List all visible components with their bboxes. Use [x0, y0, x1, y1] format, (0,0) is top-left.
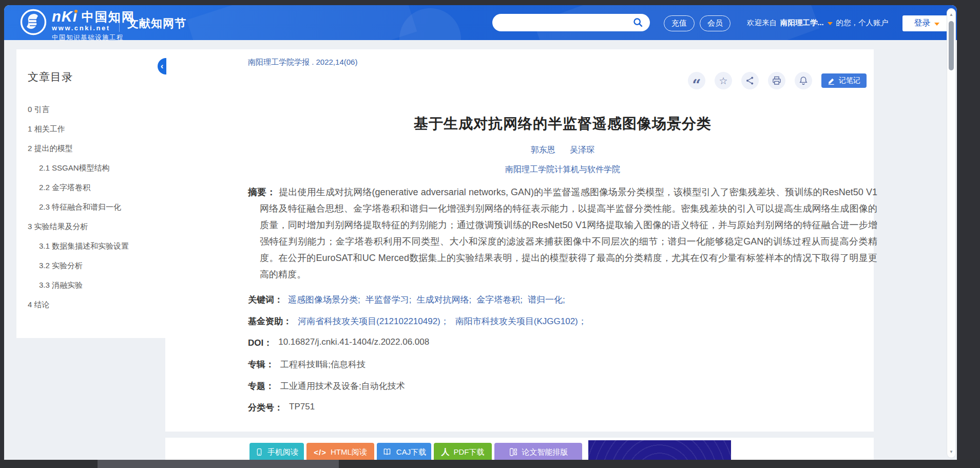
doi-row: DOI： 10.16827/j.cnki.41-1404/z.2022.06.0… [248, 337, 429, 349]
login-label: 登录 [914, 18, 931, 29]
keyword-link[interactable]: 半监督学习; [366, 294, 412, 306]
toc-item[interactable]: 1 相关工作 [16, 119, 165, 139]
article-toolbar: “ ☆ [688, 72, 867, 89]
toc-item[interactable]: 3.1 数据集描述和实验设置 [16, 236, 165, 256]
toc-item[interactable]: 0 引言 [16, 100, 165, 119]
phone-icon [255, 447, 263, 457]
welcome-prefix: 欢迎来自 [747, 18, 777, 28]
keyword-link[interactable]: 金字塔卷积; [476, 294, 523, 306]
share-icon [745, 76, 755, 86]
printer-icon [772, 76, 782, 86]
alert-button[interactable] [795, 72, 812, 89]
abstract: 摘要：提出使用生成对抗网络(generative adversarial net… [248, 184, 877, 283]
share-button[interactable] [741, 72, 759, 89]
member-button[interactable]: 会员 [700, 15, 731, 31]
logo-orange-dot [74, 10, 78, 13]
pdf-icon: 人 [441, 447, 450, 458]
promo-banner[interactable]: 在知网推广你的产品与服务? [588, 440, 731, 460]
pdf-download-button[interactable]: 人 PDF下载 [434, 443, 492, 460]
clc-row: 分类号： TP751 [248, 402, 315, 414]
toc-item[interactable]: 2.3 特征融合和谱归一化 [16, 197, 165, 217]
header-divider [119, 13, 120, 32]
login-button[interactable]: 登录 [902, 15, 951, 31]
site-header: nKi 中国知网 www.cnki.net 中国知识基础设施工程 文献知网节 [4, 5, 957, 40]
scrollbar-thumb[interactable] [949, 21, 954, 70]
recharge-button[interactable]: 充值 [664, 15, 695, 31]
cnki-emblem-icon [20, 8, 47, 36]
logo-latin: nKi [52, 8, 78, 25]
cnki-logo[interactable]: nKi 中国知网 www.cnki.net 中国知识基础设施工程 [20, 8, 135, 40]
toc-item[interactable]: 2.1 SSGAN模型结构 [16, 158, 165, 178]
topic-value: 工业通用技术及设备;自动化技术 [280, 380, 405, 392]
issue-label: . 2022,14(06) [310, 58, 357, 66]
pencil-icon [828, 77, 835, 85]
toc-title: 文章目录 [28, 70, 165, 84]
taskbar [0, 460, 980, 468]
logo-slogan: 中国知识基础设施工程 [52, 33, 135, 40]
print-button[interactable] [768, 72, 785, 89]
keyword-link[interactable]: 谱归一化; [528, 294, 565, 306]
favorite-button[interactable]: ☆ [715, 72, 732, 89]
header-decoration [187, 5, 417, 40]
toc-item[interactable]: 4 结论 [16, 295, 165, 314]
topic-row: 专题： 工业通用技术及设备;自动化技术 [248, 380, 405, 392]
institution-dropdown[interactable]: 南阳理工学... [780, 18, 824, 28]
scroll-down-icon[interactable]: ▼ [947, 450, 955, 454]
toc-item[interactable]: 3.2 实验分析 [16, 256, 165, 275]
topic-label: 专题： [248, 380, 274, 392]
funding-label: 基金资助： [248, 315, 292, 327]
search-input[interactable] [501, 18, 630, 27]
affiliation-row: 南阳理工学院计算机与软件学院 [248, 164, 877, 175]
journal-link[interactable]: 南阳理工学院学报 [248, 58, 310, 66]
abstract-text: 提出使用生成对抗网络(generative adversarial networ… [260, 187, 877, 279]
funding-row: 基金资助： 河南省科技攻关项目(212102210492)； 南阳市科技攻关项目… [248, 315, 587, 327]
toc-item[interactable]: 2 提出的模型 [16, 139, 165, 158]
fund-link[interactable]: 河南省科技攻关项目(212102210492)； [298, 315, 449, 327]
toc-item[interactable]: 3 实验结果及分析 [16, 217, 165, 236]
page-section-title: 文献知网节 [127, 16, 186, 31]
browser-window: nKi 中国知网 www.cnki.net 中国知识基础设施工程 文献知网节 [4, 5, 957, 460]
author-link[interactable]: 郭东恩 [531, 145, 555, 154]
smart-typeset-button[interactable]: 论文智能排版 [494, 443, 582, 460]
mobile-read-button[interactable]: 手机阅读 [249, 443, 304, 460]
search-icon [632, 17, 644, 28]
book-icon [382, 447, 392, 457]
album-label: 专辑： [248, 359, 274, 370]
author-link[interactable]: 吴泽琛 [570, 145, 594, 154]
note-button[interactable]: 记笔记 [821, 73, 867, 88]
scrollbar[interactable]: ▲ ▼ [947, 8, 956, 458]
clc-value: TP751 [289, 402, 315, 414]
chevron-down-icon [828, 22, 833, 25]
cite-button[interactable]: “ [688, 72, 705, 89]
album-value: 工程科技Ⅱ辑;信息科技 [280, 359, 366, 370]
keyword-link[interactable]: 遥感图像场景分类; [288, 294, 360, 306]
logo-url: www.cnki.net [52, 24, 135, 32]
caj-download-button[interactable]: CAJ下载 [377, 443, 431, 460]
keywords-row: 关键词： 遥感图像场景分类; 半监督学习; 生成对抗网络; 金字塔卷积; 谱归一… [248, 294, 565, 306]
toc-item[interactable]: 3.3 消融实验 [16, 275, 165, 295]
abstract-label: 摘要： [248, 187, 276, 197]
chevron-left-icon: ‹ [161, 61, 164, 71]
fund-link[interactable]: 南阳市科技攻关项目(KJGG102)； [455, 315, 587, 327]
taskbar-segment [98, 460, 339, 468]
desktop: nKi 中国知网 www.cnki.net 中国知识基础设施工程 文献知网节 [0, 0, 980, 468]
breadcrumb[interactable]: 南阳理工学院学报 . 2022,14(06) [248, 58, 357, 67]
article-title: 基于生成对抗网络的半监督遥感图像场景分类 [248, 114, 877, 134]
chevron-down-icon [934, 23, 939, 26]
author-row: 郭东恩 吴泽琛 [248, 145, 877, 156]
bell-icon [798, 76, 809, 86]
affiliation-link[interactable]: 南阳理工学院计算机与软件学院 [505, 165, 620, 174]
keyword-link[interactable]: 生成对抗网络; [416, 294, 471, 306]
action-bar: 手机阅读 </> HTML阅读 CAJ下载 人 PDF下载 [165, 438, 874, 460]
doi-label: DOI： [248, 337, 272, 349]
star-icon: ☆ [719, 75, 727, 87]
scroll-up-icon[interactable]: ▲ [947, 12, 955, 17]
album-row: 专辑： 工程科技Ⅱ辑;信息科技 [248, 359, 366, 370]
welcome-bar: 欢迎来自 南阳理工学... 的您，个人账户 [747, 5, 888, 40]
keywords-label: 关键词： [248, 294, 283, 306]
search-button[interactable] [630, 15, 646, 30]
note-button-label: 记笔记 [839, 76, 860, 85]
toc-item[interactable]: 2.2 金字塔卷积 [16, 178, 165, 197]
html-read-button[interactable]: </> HTML阅读 [306, 443, 374, 460]
promo-banner-rings [588, 440, 731, 460]
